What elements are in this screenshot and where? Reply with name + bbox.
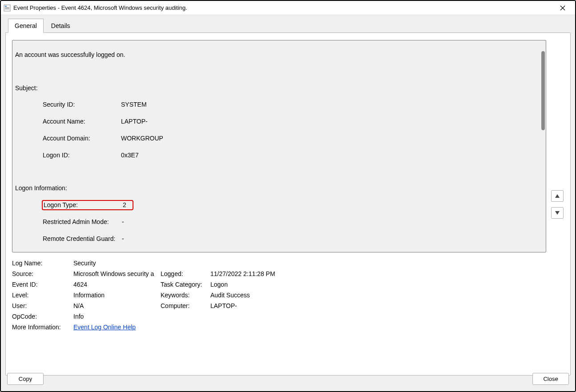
subject-security-id-label: Security ID: <box>43 100 121 109</box>
footer-buttons: Copy Close <box>7 373 569 385</box>
event-headline: An account was successfully logged on. <box>15 51 543 59</box>
subject-security-id: SYSTEM <box>121 100 147 109</box>
tab-strip: General Details <box>5 19 571 33</box>
subject-logon-id-label: Logon ID: <box>43 151 121 160</box>
opcode-label: OpCode: <box>12 313 73 320</box>
subject-header: Subject: <box>15 84 543 92</box>
event-summary: Log Name: Security Source: Microsoft Win… <box>12 260 546 334</box>
logon-type-label: Logon Type: <box>44 201 123 209</box>
task-category: Logon <box>210 281 228 288</box>
restricted-admin: - <box>122 218 124 226</box>
event-id-label: Event ID: <box>12 281 73 288</box>
log-name-label: Log Name: <box>12 260 73 267</box>
subject-account-domain: WORKGROUP <box>121 134 163 143</box>
svg-rect-4 <box>5 9 9 9</box>
subject-account-domain-label: Account Domain: <box>43 134 121 143</box>
event-id: 4624 <box>73 281 161 288</box>
next-event-button[interactable] <box>551 207 564 219</box>
tab-panel-general: An account was successfully logged on. S… <box>5 32 571 376</box>
event-description[interactable]: An account was successfully logged on. S… <box>12 40 546 252</box>
more-info-label: More Information: <box>12 324 73 331</box>
task-category-label: Task Category: <box>161 281 210 288</box>
user-label: User: <box>12 302 73 309</box>
copy-button[interactable]: Copy <box>7 373 44 385</box>
app-icon <box>4 4 11 12</box>
close-icon <box>560 5 565 11</box>
level-label: Level: <box>12 292 73 299</box>
svg-rect-3 <box>5 8 9 8</box>
arrow-down-icon <box>555 211 560 215</box>
computer: LAPTOP- <box>210 302 237 309</box>
logon-info-header: Logon Information: <box>15 184 543 192</box>
prev-event-button[interactable] <box>551 190 564 202</box>
event-scrollbar[interactable] <box>540 41 545 251</box>
svg-marker-8 <box>555 211 560 215</box>
close-button[interactable]: Close <box>532 373 569 385</box>
logon-type: 2 <box>123 201 126 209</box>
scrollbar-thumb[interactable] <box>541 51 545 130</box>
svg-marker-7 <box>555 194 560 198</box>
svg-rect-2 <box>5 7 9 8</box>
dialog-body: General Details An account was successfu… <box>1 15 575 391</box>
source-label: Source: <box>12 270 73 277</box>
remote-cred-guard: - <box>122 235 124 243</box>
logged: 11/27/2022 2:11:28 PM <box>210 270 275 277</box>
nav-column <box>546 40 564 369</box>
subject-account-name-label: Account Name: <box>43 117 121 126</box>
virtual-account: No <box>122 251 130 252</box>
tab-details[interactable]: Details <box>44 19 77 33</box>
user: N/A <box>73 302 161 309</box>
keywords: Audit Success <box>210 292 250 299</box>
source: Microsoft Windows security a <box>73 270 161 277</box>
svg-rect-1 <box>5 6 7 7</box>
titlebar: Event Properties - Event 4624, Microsoft… <box>1 1 575 15</box>
remote-cred-guard-label: Remote Credential Guard: <box>43 235 122 243</box>
window-title: Event Properties - Event 4624, Microsoft… <box>13 4 553 11</box>
event-log-help-link[interactable]: Event Log Online Help <box>73 324 136 331</box>
tab-general[interactable]: General <box>8 19 44 33</box>
subject-logon-id: 0x3E7 <box>121 151 139 160</box>
log-name: Security <box>73 260 161 267</box>
arrow-up-icon <box>555 194 560 198</box>
window-close-button[interactable] <box>553 1 572 15</box>
opcode: Info <box>73 313 161 320</box>
subject-account-name: LAPTOP- <box>121 117 148 126</box>
keywords-label: Keywords: <box>161 292 210 299</box>
virtual-account-label: Virtual Account: <box>43 251 122 252</box>
level: Information <box>73 292 161 299</box>
logged-label: Logged: <box>161 270 210 277</box>
computer-label: Computer: <box>161 302 210 309</box>
restricted-admin-label: Restricted Admin Mode: <box>43 218 122 226</box>
